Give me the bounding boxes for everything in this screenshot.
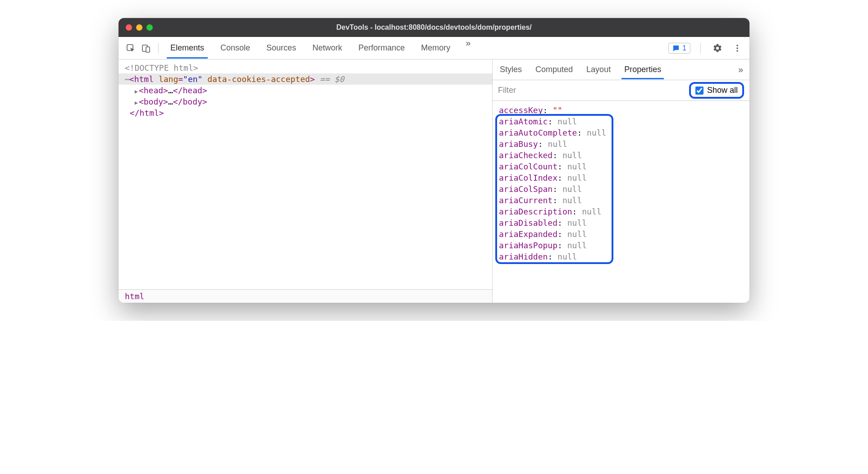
show-all-toggle[interactable]: Show all [689,82,744,99]
svg-rect-2 [146,47,150,52]
show-all-label: Show all [707,86,738,95]
dom-html-element[interactable]: ⋯<html lang="en" data-cookies-accepted> … [119,73,492,85]
traffic-lights [126,24,153,31]
property-key: ariaColIndex [499,173,557,182]
tab-performance[interactable]: Performance [357,38,406,58]
property-key: accessKey [499,105,543,115]
property-key: ariaCurrent [499,196,553,205]
property-key: ariaAutoComplete [499,128,577,137]
svg-point-3 [736,45,738,46]
filter-row: Show all [493,80,749,101]
property-key: ariaAtomic [499,117,548,126]
dom-panel: <!DOCTYPE html> ⋯<html lang="en" data-co… [119,59,493,303]
more-tabs-icon[interactable]: » [466,38,471,58]
side-tabs: Styles Computed Layout Properties » [493,59,749,80]
property-value: null [567,218,587,228]
property-key: ariaHidden [499,252,548,261]
close-window-button[interactable] [126,24,132,31]
property-key: ariaDisabled [499,218,557,228]
property-row[interactable]: ariaChecked: null [499,150,743,161]
issues-icon [672,45,680,52]
window-title: DevTools - localhost:8080/docs/devtools/… [119,23,749,32]
more-options-icon[interactable] [731,41,744,55]
disclosure-triangle-icon[interactable]: ▶ [135,88,138,95]
property-row[interactable]: ariaAtomic: null [499,116,743,127]
toolbar-divider [158,43,159,54]
property-value: null [567,162,587,171]
minimize-window-button[interactable] [136,24,142,31]
property-value: "" [553,105,562,115]
side-tab-layout[interactable]: Layout [585,60,612,79]
dom-body-element[interactable]: ▶<body>…</body> [119,96,492,107]
side-tab-properties[interactable]: Properties [623,60,662,79]
svg-point-4 [736,47,738,49]
zoom-window-button[interactable] [146,24,153,31]
property-row[interactable]: ariaHasPopup: null [499,240,743,251]
dom-breadcrumb[interactable]: html [119,289,492,303]
property-key: ariaDescription [499,207,572,216]
breadcrumb-item[interactable]: html [125,292,144,301]
dom-head-element[interactable]: ▶<head>…</head> [119,85,492,96]
tab-sources[interactable]: Sources [265,38,297,58]
titlebar: DevTools - localhost:8080/docs/devtools/… [119,18,749,37]
ellipsis-icon: ⋯ [125,74,129,84]
property-value: null [582,207,601,216]
property-value: null [567,241,587,250]
property-row[interactable]: ariaAutoComplete: null [499,127,743,138]
property-row[interactable]: ariaExpanded: null [499,228,743,240]
property-row[interactable]: ariaHidden: null [499,251,743,262]
property-value: null [567,229,587,239]
side-tab-computed[interactable]: Computed [535,60,574,79]
main-tabs: Elements Console Sources Network Perform… [169,38,667,58]
property-value: null [562,150,582,160]
side-tab-styles[interactable]: Styles [499,60,523,79]
issues-count: 1 [682,44,686,52]
device-toolbar-icon[interactable] [139,41,153,55]
property-row[interactable]: ariaBusy: null [499,138,743,150]
more-side-tabs-icon[interactable]: » [738,64,743,75]
settings-icon[interactable] [711,41,724,55]
property-key: ariaExpanded [499,229,557,239]
property-row[interactable]: accessKey: "" [499,105,743,116]
property-value: null [587,128,606,137]
property-key: ariaBusy [499,139,538,149]
toolbar-right: 1 [668,41,744,55]
property-row[interactable]: ariaDisabled: null [499,217,743,228]
property-value: null [562,196,582,205]
svg-point-5 [736,50,738,52]
property-value: null [548,139,567,149]
devtools-window: DevTools - localhost:8080/docs/devtools/… [119,18,749,303]
property-row[interactable]: ariaColSpan: null [499,183,743,195]
issues-badge[interactable]: 1 [668,43,690,54]
property-key: ariaChecked [499,150,553,160]
property-row[interactable]: ariaCurrent: null [499,195,743,206]
property-value: null [567,173,587,182]
properties-list[interactable]: accessKey: ""ariaAtomic: nullariaAutoCom… [493,101,749,303]
property-row[interactable]: ariaColIndex: null [499,172,743,183]
tab-memory[interactable]: Memory [420,38,451,58]
tab-network[interactable]: Network [311,38,343,58]
dom-tree[interactable]: <!DOCTYPE html> ⋯<html lang="en" data-co… [119,59,492,289]
disclosure-triangle-icon[interactable]: ▶ [135,100,138,106]
property-key: ariaColSpan [499,184,553,194]
side-panel: Styles Computed Layout Properties » Show… [493,59,749,303]
dom-doctype[interactable]: <!DOCTYPE html> [119,62,492,73]
toolbar-divider [700,43,701,54]
property-row[interactable]: ariaColCount: null [499,161,743,172]
show-all-checkbox[interactable] [695,87,704,95]
property-key: ariaColCount [499,162,557,171]
property-value: null [562,184,582,194]
property-value: null [557,252,577,261]
panels-body: <!DOCTYPE html> ⋯<html lang="en" data-co… [119,59,749,303]
dom-html-close[interactable]: </html> [119,107,492,118]
property-key: ariaHasPopup [499,241,557,250]
main-toolbar: Elements Console Sources Network Perform… [119,37,749,59]
tab-console[interactable]: Console [219,38,251,58]
filter-input[interactable] [498,86,689,95]
property-row[interactable]: ariaDescription: null [499,206,743,217]
inspect-element-icon[interactable] [124,41,137,55]
tab-elements[interactable]: Elements [169,38,205,58]
property-value: null [557,117,577,126]
